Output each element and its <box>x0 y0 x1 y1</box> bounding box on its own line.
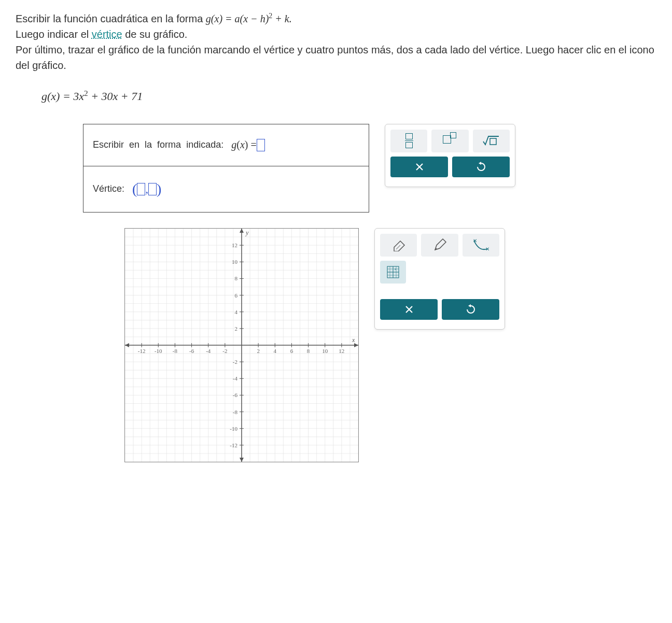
svg-text:-12: -12 <box>138 348 146 354</box>
label: en <box>129 139 139 150</box>
exponent-icon <box>443 135 457 146</box>
fraction-tool-button[interactable] <box>390 130 427 152</box>
vertex-form-row: Escribir en la forma indicada: g(x) = <box>83 124 369 166</box>
svg-text:12: 12 <box>339 348 344 354</box>
math-toolbox <box>385 124 515 187</box>
svg-text:8: 8 <box>307 348 310 354</box>
eraser-tool-button[interactable] <box>380 234 417 257</box>
svg-text:✕: ✕ <box>473 238 477 244</box>
svg-text:-6: -6 <box>189 348 194 354</box>
svg-marker-63 <box>240 229 244 233</box>
svg-text:2: 2 <box>235 325 238 332</box>
svg-text:6: 6 <box>235 292 238 299</box>
curve-tool-button[interactable]: ✕✕ <box>463 234 499 257</box>
graph-toolbox: ✕✕ x <box>374 228 505 330</box>
svg-text:y: y <box>245 229 249 236</box>
vertex-x-input[interactable] <box>137 183 145 195</box>
vertex-formula: g(x) = a(x − h)2 + k. <box>206 13 292 24</box>
vertex-y-input[interactable] <box>148 183 157 195</box>
svg-text:8: 8 <box>235 275 238 281</box>
graph-reset-button[interactable] <box>442 299 499 320</box>
label: indicada: <box>186 139 223 150</box>
svg-text:10: 10 <box>232 259 238 265</box>
svg-text:6: 6 <box>290 348 293 354</box>
reset-button[interactable] <box>452 157 510 177</box>
svg-text:4: 4 <box>235 309 238 315</box>
svg-text:-10: -10 <box>230 426 237 432</box>
reset-icon <box>466 304 476 315</box>
clear-button[interactable] <box>390 157 448 177</box>
vertex-row: Vértice: ( , ) <box>83 166 369 212</box>
svg-rect-0 <box>490 138 496 145</box>
vertex-form-input[interactable] <box>257 139 265 151</box>
grid-tool-button[interactable]: x <box>380 261 406 284</box>
svg-text:-8: -8 <box>173 348 178 354</box>
vertex-link[interactable]: vértice <box>92 29 122 40</box>
svg-text:-2: -2 <box>233 359 237 365</box>
paren-open: ( <box>132 181 137 197</box>
svg-text:-8: -8 <box>233 409 238 415</box>
pencil-icon <box>432 238 447 252</box>
reset-icon <box>476 162 486 172</box>
text: Por último, trazar el gráfico de la func… <box>16 44 654 71</box>
paren-close: ) <box>157 181 161 197</box>
svg-text:x: x <box>352 336 355 344</box>
svg-text:10: 10 <box>322 348 328 354</box>
svg-text:-2: -2 <box>222 348 227 354</box>
answer-box: Escribir en la forma indicada: g(x) = Vé… <box>83 124 369 213</box>
label: forma <box>157 139 181 150</box>
cartesian-grid: -12-10-8-6-4-224681012-12-10-8-6-4-22468… <box>125 229 358 462</box>
pencil-tool-button[interactable] <box>421 234 458 257</box>
svg-marker-64 <box>240 458 244 462</box>
fraction-icon <box>405 133 413 148</box>
graph-area[interactable]: -12-10-8-6-4-224681012-12-10-8-6-4-22468… <box>124 228 359 462</box>
sqrt-tool-button[interactable] <box>473 130 510 152</box>
svg-text:12: 12 <box>232 242 237 248</box>
svg-text:✕: ✕ <box>485 246 489 252</box>
text: Luego indicar el <box>16 29 92 40</box>
eraser-icon <box>391 239 407 251</box>
svg-marker-61 <box>354 343 358 347</box>
svg-text:x: x <box>395 267 396 271</box>
exponent-tool-button[interactable] <box>431 130 468 152</box>
svg-text:4: 4 <box>274 348 277 354</box>
problem-statement: Escribir la función cuadrática en la for… <box>16 10 656 73</box>
svg-text:-10: -10 <box>155 348 162 354</box>
svg-text:-4: -4 <box>206 348 211 354</box>
text: de su gráfico. <box>125 29 187 40</box>
svg-marker-62 <box>125 343 129 347</box>
curve-icon: ✕✕ <box>472 238 489 252</box>
close-icon <box>415 162 424 172</box>
svg-text:-4: -4 <box>233 375 238 381</box>
vertex-label: Vértice: <box>93 183 124 194</box>
svg-text:2: 2 <box>257 348 260 354</box>
svg-text:-6: -6 <box>233 392 238 398</box>
text: Escribir la función cuadrática en la for… <box>16 13 206 24</box>
label: la <box>145 139 152 150</box>
label: Escribir <box>93 139 124 150</box>
sqrt-icon <box>482 135 500 147</box>
given-equation: g(x) = 3x2 + 30x + 71 <box>41 89 656 103</box>
graph-clear-button[interactable] <box>380 299 438 320</box>
grid-icon: x <box>386 265 400 279</box>
close-icon <box>404 305 414 314</box>
svg-text:-12: -12 <box>230 442 237 448</box>
